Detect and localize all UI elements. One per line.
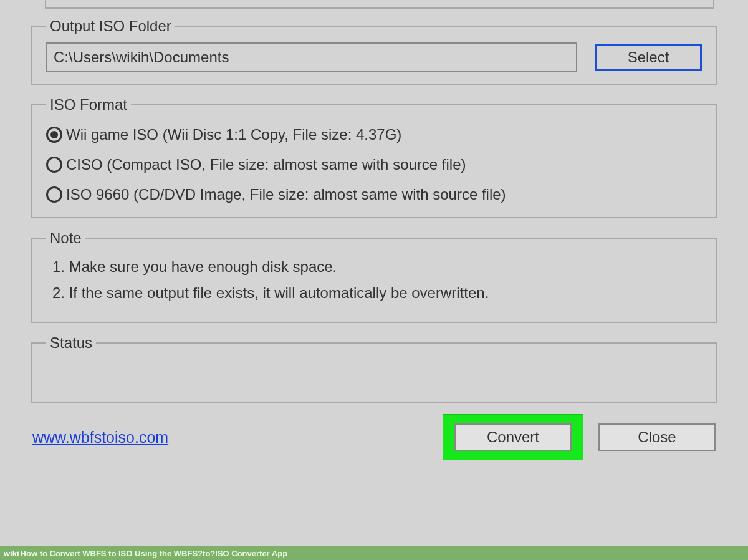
note-item: 1. Make sure you have enough disk space. xyxy=(52,258,702,276)
radio-iso-9660[interactable]: ISO 9660 (CD/DVD Image, File size: almos… xyxy=(46,186,702,203)
note-item: 2. If the same output file exists, it wi… xyxy=(52,284,702,302)
status-group: Status xyxy=(31,334,717,403)
radio-label: Wii game ISO (Wii Disc 1:1 Copy, File si… xyxy=(66,126,401,143)
radio-icon xyxy=(46,157,62,173)
caption-prefix: wiki xyxy=(4,549,19,558)
output-folder-legend: Output ISO Folder xyxy=(46,17,175,35)
radio-icon xyxy=(46,186,62,203)
output-folder-path-input[interactable] xyxy=(46,42,577,72)
radio-label: CISO (Compact ISO, File size: almost sam… xyxy=(66,156,466,173)
iso-format-legend: ISO Format xyxy=(46,96,131,113)
iso-format-group: ISO Format Wii game ISO (Wii Disc 1:1 Co… xyxy=(31,96,717,218)
dialog-footer: www.wbfstoiso.com Convert Close xyxy=(31,414,717,460)
radio-ciso[interactable]: CISO (Compact ISO, File size: almost sam… xyxy=(46,156,702,173)
convert-button[interactable]: Convert xyxy=(454,423,572,451)
note-list: 1. Make sure you have enough disk space.… xyxy=(52,258,702,302)
website-link[interactable]: www.wbfstoiso.com xyxy=(32,428,168,447)
wikihow-caption-bar: wiki How to Convert WBFS to ISO Using th… xyxy=(0,546,748,560)
close-button[interactable]: Close xyxy=(598,423,716,451)
select-folder-button[interactable]: Select xyxy=(595,44,702,71)
output-iso-folder-group: Output ISO Folder Select xyxy=(31,17,717,85)
radio-wii-game-iso[interactable]: Wii game ISO (Wii Disc 1:1 Copy, File si… xyxy=(46,126,702,143)
radio-icon xyxy=(46,127,62,143)
status-legend: Status xyxy=(46,334,96,352)
output-folder-row: Select xyxy=(46,42,702,72)
converter-dialog: Output ISO Folder Select ISO Format Wii … xyxy=(0,0,748,460)
radio-label: ISO 9660 (CD/DVD Image, File size: almos… xyxy=(66,186,506,203)
truncated-group-above xyxy=(45,0,714,9)
convert-highlight: Convert xyxy=(443,414,583,460)
caption-text: How to Convert WBFS to ISO Using the WBF… xyxy=(21,549,288,558)
note-group: Note 1. Make sure you have enough disk s… xyxy=(31,229,717,323)
note-legend: Note xyxy=(46,229,85,247)
